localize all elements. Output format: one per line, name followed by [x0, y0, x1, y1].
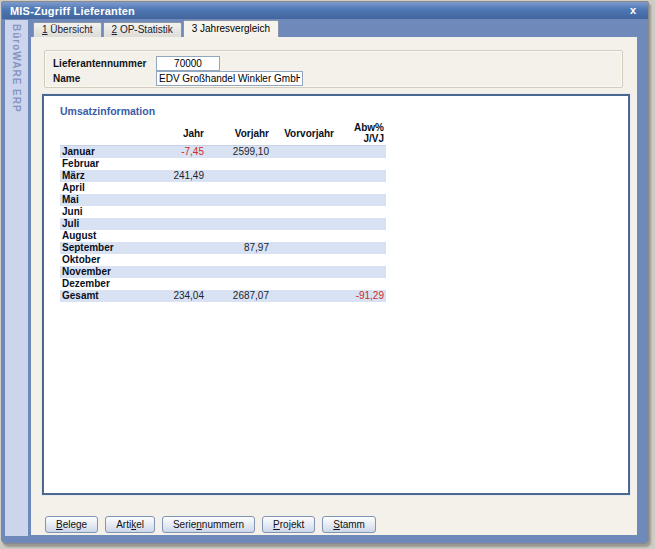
value-cell: [206, 254, 271, 266]
table-row[interactable]: März241,49: [60, 170, 386, 182]
field-row-name: Name: [53, 71, 622, 86]
month-cell: Dezember: [60, 278, 160, 290]
value-cell: [160, 278, 206, 290]
col-vorvorjahr: Vorvorjahr: [271, 122, 336, 146]
value-cell: 234,04: [160, 290, 206, 302]
col-month: [60, 122, 160, 146]
value-cell: [160, 242, 206, 254]
table-row[interactable]: November: [60, 266, 386, 278]
month-cell: Juli: [60, 218, 160, 230]
value-cell: [160, 182, 206, 194]
value-cell: [206, 170, 271, 182]
supplier-groupbox: Lieferantennummer Name: [44, 50, 623, 88]
value-cell: [206, 230, 271, 242]
brand-sidebar: BüroWARE ERP: [5, 20, 28, 536]
brand-label: BüroWARE ERP: [11, 24, 22, 113]
table-row[interactable]: September87,97: [60, 242, 386, 254]
table-row[interactable]: Januar-7,452599,10: [60, 146, 386, 159]
value-cell: [271, 170, 336, 182]
month-cell: August: [60, 230, 160, 242]
value-cell: 241,49: [160, 170, 206, 182]
table-row[interactable]: Gesamt234,042687,07-91,29: [60, 290, 386, 302]
value-cell: [271, 146, 336, 159]
col-abw: Abw% J/VJ: [336, 122, 386, 146]
value-cell: [336, 170, 386, 182]
value-cell: [160, 230, 206, 242]
col-vorjahr: Vorjahr: [206, 122, 271, 146]
table-row[interactable]: Mai: [60, 194, 386, 206]
titlebar: MIS-Zugriff Lieferanten x: [2, 2, 648, 19]
value-cell: [206, 194, 271, 206]
value-cell: 2599,10: [206, 146, 271, 159]
value-cell: [336, 146, 386, 159]
value-cell: [271, 254, 336, 266]
seriennummern-button[interactable]: Seriennummern: [162, 516, 255, 533]
month-cell: Juni: [60, 206, 160, 218]
value-cell: [271, 266, 336, 278]
value-cell: [271, 230, 336, 242]
value-cell: [160, 158, 206, 170]
value-cell: -91,29: [336, 290, 386, 302]
month-cell: Februar: [60, 158, 160, 170]
value-cell: [271, 158, 336, 170]
table-row[interactable]: Oktober: [60, 254, 386, 266]
tab-uebersicht[interactable]: 1 Übersicht: [33, 22, 102, 37]
month-cell: September: [60, 242, 160, 254]
value-cell: [206, 218, 271, 230]
value-cell: [206, 266, 271, 278]
month-cell: November: [60, 266, 160, 278]
supplier-name-label: Name: [53, 73, 156, 84]
month-cell: Gesamt: [60, 290, 160, 302]
value-cell: [271, 242, 336, 254]
value-cell: [336, 158, 386, 170]
supplier-number-input[interactable]: [156, 56, 220, 71]
value-cell: 2687,07: [206, 290, 271, 302]
table-row[interactable]: August: [60, 230, 386, 242]
col-jahr: Jahr: [160, 122, 206, 146]
value-cell: [336, 182, 386, 194]
value-cell: [206, 158, 271, 170]
tab-jahresvergleich[interactable]: 3 Jahresvergleich: [183, 20, 279, 37]
close-icon[interactable]: x: [627, 3, 639, 17]
month-cell: Januar: [60, 146, 160, 159]
value-cell: [160, 266, 206, 278]
value-cell: [271, 182, 336, 194]
table-row[interactable]: Dezember: [60, 278, 386, 290]
tab-page: Lieferantennummer Name Umsatzinformation…: [31, 37, 637, 535]
month-cell: April: [60, 182, 160, 194]
value-cell: [336, 278, 386, 290]
month-cell: März: [60, 170, 160, 182]
table-header-row: Jahr Vorjahr Vorvorjahr Abw% J/VJ: [60, 122, 386, 146]
section-title: Umsatzinformation: [60, 105, 155, 117]
supplier-number-label: Lieferantennummer: [53, 58, 156, 69]
value-cell: [206, 206, 271, 218]
stamm-button[interactable]: Stamm: [322, 516, 376, 533]
app-window: MIS-Zugriff Lieferanten x BüroWARE ERP 1…: [1, 1, 649, 544]
umsatz-panel: Umsatzinformation Jahr Vorjahr Vorvorjah…: [42, 94, 630, 495]
tab-op-statistik[interactable]: 2 OP-Statistik: [103, 22, 182, 37]
month-cell: Mai: [60, 194, 160, 206]
value-cell: [336, 230, 386, 242]
value-cell: [336, 254, 386, 266]
artikel-button[interactable]: Artikel: [105, 516, 155, 533]
value-cell: -7,45: [160, 146, 206, 159]
value-cell: [271, 194, 336, 206]
button-row: Belege Artikel Seriennummern Projekt Sta…: [45, 516, 376, 533]
tab-bar: 1 Übersicht 2 OP-Statistik 3 Jahresvergl…: [33, 21, 280, 37]
table-row[interactable]: April: [60, 182, 386, 194]
supplier-name-input[interactable]: [156, 71, 303, 86]
table-row[interactable]: Februar: [60, 158, 386, 170]
umsatz-table-body: Januar-7,452599,10FebruarMärz241,49April…: [60, 146, 386, 303]
belege-button[interactable]: Belege: [45, 516, 98, 533]
value-cell: [336, 242, 386, 254]
projekt-button[interactable]: Projekt: [262, 516, 315, 533]
table-row[interactable]: Juni: [60, 206, 386, 218]
table-row[interactable]: Juli: [60, 218, 386, 230]
value-cell: [271, 206, 336, 218]
value-cell: [336, 194, 386, 206]
value-cell: [271, 218, 336, 230]
value-cell: [271, 290, 336, 302]
value-cell: [206, 182, 271, 194]
value-cell: [336, 218, 386, 230]
value-cell: [336, 206, 386, 218]
